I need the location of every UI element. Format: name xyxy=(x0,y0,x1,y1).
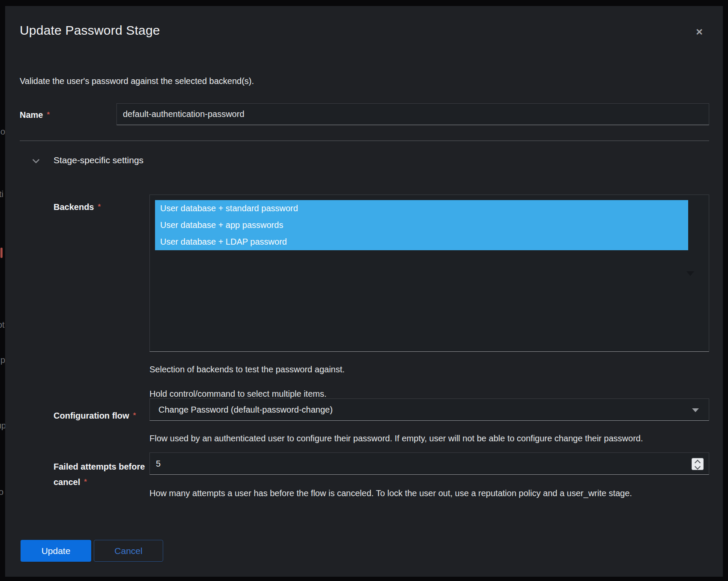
backends-option-selected[interactable]: User database + LDAP password xyxy=(155,234,688,250)
background-text-fragment: ot xyxy=(0,320,5,330)
required-asterisk: * xyxy=(133,411,136,419)
form-divider xyxy=(20,141,709,141)
required-asterisk: * xyxy=(84,478,87,486)
configuration-flow-help-text: Flow used by an authenticated user to co… xyxy=(149,433,643,444)
background-text-fragment: p xyxy=(0,355,5,365)
update-button[interactable]: Update xyxy=(21,540,91,562)
required-asterisk: * xyxy=(47,111,50,119)
name-field-label: Name* xyxy=(20,110,50,120)
select-caret-icon xyxy=(686,271,694,276)
failed-attempts-field-label: Failed attempts before cancel* xyxy=(54,459,153,490)
stage-specific-settings-toggle[interactable]: Stage-specific settings xyxy=(20,153,200,171)
name-input[interactable] xyxy=(116,103,709,125)
backends-help-text: Selection of backends to test the passwo… xyxy=(149,364,345,375)
chevron-down-icon xyxy=(33,157,39,163)
backends-label-text: Backends xyxy=(54,202,94,212)
select-caret-icon xyxy=(692,408,699,412)
modal-title: Update Password Stage xyxy=(20,23,160,38)
configuration-flow-select[interactable]: Change Password (default-password-change… xyxy=(149,398,709,421)
background-text-fragment: o xyxy=(0,126,5,137)
backdrop-left-strip: o ti ot p up o xyxy=(0,0,5,581)
cancel-button[interactable]: Cancel xyxy=(94,540,163,562)
backends-option-selected[interactable]: User database + standard password xyxy=(155,200,688,217)
failed-attempts-help-text: How many attempts a user has before the … xyxy=(149,488,632,499)
backends-multiselect[interactable]: User database + standard password User d… xyxy=(149,195,709,352)
modal-description: Validate the user's password against the… xyxy=(20,75,254,87)
configuration-flow-selected-value: Change Password (default-password-change… xyxy=(158,399,333,420)
number-stepper xyxy=(692,458,704,470)
update-password-stage-modal: Update Password Stage ✕ Validate the use… xyxy=(5,6,723,577)
backends-option-selected[interactable]: User database + app passwords xyxy=(155,217,688,234)
section-label: Stage-specific settings xyxy=(54,155,143,165)
close-icon[interactable]: ✕ xyxy=(693,26,705,38)
background-text-fragment: up xyxy=(0,420,5,431)
required-asterisk: * xyxy=(98,203,101,211)
configuration-flow-label-text: Configuration flow xyxy=(54,411,129,420)
background-red-fragment xyxy=(0,248,3,258)
configuration-flow-field-label: Configuration flow* xyxy=(54,410,136,421)
stepper-down-icon[interactable] xyxy=(692,464,703,470)
backends-field-label: Backends* xyxy=(54,202,101,212)
name-label-text: Name xyxy=(20,110,43,120)
backends-help-text: Hold control/command to select multiple … xyxy=(149,388,327,399)
background-text-fragment: o xyxy=(0,487,3,497)
failed-attempts-input[interactable] xyxy=(149,452,709,475)
background-text-fragment: ti xyxy=(0,189,3,199)
failed-attempts-label-line2: cancel xyxy=(54,477,80,487)
failed-attempts-label-line1: Failed attempts before xyxy=(54,462,145,471)
